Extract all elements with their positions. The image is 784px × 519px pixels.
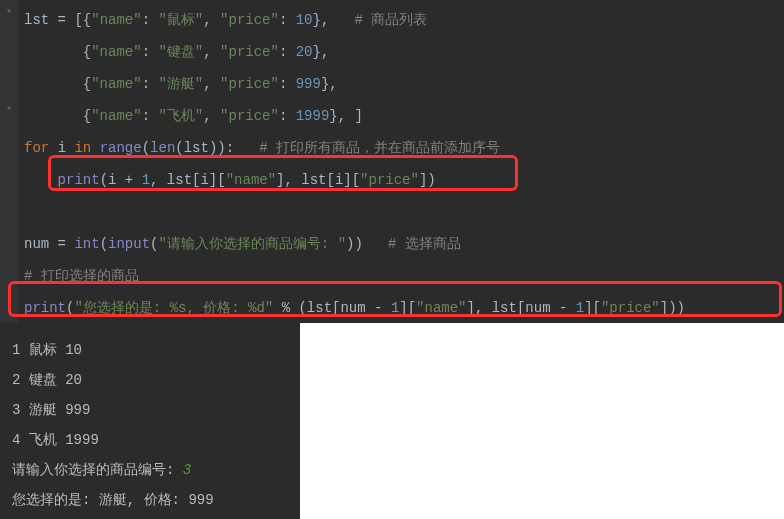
code-token: { — [24, 76, 91, 92]
code-builtin: range — [100, 140, 142, 156]
code-token: , — [203, 108, 220, 124]
code-token: "price" — [220, 76, 279, 92]
code-line[interactable]: {"name": "键盘", "price": 20}, — [18, 36, 784, 68]
code-token: , — [203, 76, 220, 92]
code-token: { — [24, 44, 91, 60]
code-token: "name" — [416, 300, 466, 316]
fold-marker-icon[interactable]: ▴ — [3, 102, 15, 114]
code-token: : — [279, 108, 296, 124]
code-comment: # 打印所有商品，并在商品前添加序号 — [259, 140, 500, 156]
console-line: 4 飞机 1999 — [12, 425, 288, 455]
code-token: 1999 — [296, 108, 330, 124]
code-token: "name" — [91, 12, 141, 28]
code-comment: # 选择商品 — [388, 236, 461, 252]
code-line[interactable] — [18, 196, 784, 228]
code-line[interactable]: print(i + 1, lst[i]["name"], lst[i]["pri… — [18, 164, 784, 196]
code-token — [91, 140, 99, 156]
code-token: "鼠标" — [158, 12, 203, 28]
code-token: "price" — [220, 12, 279, 28]
code-comment: # 商品列表 — [355, 12, 428, 28]
code-token: lst — [24, 12, 49, 28]
code-token: : — [142, 44, 159, 60]
code-token: : — [142, 12, 159, 28]
code-token: num = — [24, 236, 74, 252]
code-token: : — [142, 76, 159, 92]
editor-gutter: ▾ ▴ — [0, 0, 18, 323]
code-token: (lst)): — [175, 140, 259, 156]
code-token: 999 — [296, 76, 321, 92]
code-line[interactable]: num = int(input("请输入你选择的商品编号: ")) # 选择商品 — [18, 228, 784, 260]
code-token: )) — [346, 236, 388, 252]
code-token: ][ — [584, 300, 601, 316]
code-token: , — [203, 12, 220, 28]
code-line[interactable]: print("您选择的是: %s, 价格: %d" % (lst[num - 1… — [18, 292, 784, 324]
code-token: % (lst[num - — [273, 300, 391, 316]
code-keyword: in — [74, 140, 91, 156]
code-line[interactable]: {"name": "游艇", "price": 999}, — [18, 68, 784, 100]
console-output[interactable]: 1 鼠标 10 2 键盘 20 3 游艇 999 4 飞机 1999 请输入你选… — [0, 323, 300, 519]
code-line[interactable]: # 打印选择的商品 — [18, 260, 784, 292]
code-area[interactable]: lst = [{"name": "鼠标", "price": 10}, # 商品… — [18, 4, 784, 323]
console-user-input[interactable]: 3 — [183, 462, 191, 478]
code-token: 1 — [576, 300, 584, 316]
code-keyword: for — [24, 140, 49, 156]
code-token: : — [279, 12, 296, 28]
code-comment: # 打印选择的商品 — [24, 268, 139, 284]
code-token: }, — [313, 44, 330, 60]
code-token: ( — [142, 140, 150, 156]
console-line: 2 键盘 20 — [12, 365, 288, 395]
code-editor[interactable]: ▾ ▴ lst = [{"name": "鼠标", "price": 10}, … — [0, 0, 784, 323]
code-token: "price" — [360, 172, 419, 188]
code-token: : — [142, 108, 159, 124]
console-line: 1 鼠标 10 — [12, 335, 288, 365]
code-builtin: print — [24, 300, 66, 316]
code-token: "您选择的是: %s, 价格: %d" — [74, 300, 273, 316]
code-builtin: int — [74, 236, 99, 252]
code-builtin: input — [108, 236, 150, 252]
code-token: i — [58, 140, 66, 156]
code-token: "游艇" — [158, 76, 203, 92]
code-token: : — [279, 76, 296, 92]
code-line[interactable]: {"name": "飞机", "price": 1999}, ] — [18, 100, 784, 132]
code-token: ], lst[num - — [467, 300, 576, 316]
code-token — [49, 140, 57, 156]
code-token: }, — [313, 12, 355, 28]
code-token: "name" — [91, 44, 141, 60]
console-line: 请输入你选择的商品编号: 3 — [12, 455, 288, 485]
code-token: "price" — [220, 108, 279, 124]
console-line: 3 游艇 999 — [12, 395, 288, 425]
code-token: ][ — [399, 300, 416, 316]
code-token: ( — [100, 236, 108, 252]
code-line[interactable]: lst = [{"name": "鼠标", "price": 10}, # 商品… — [18, 4, 784, 36]
code-token: "飞机" — [158, 108, 203, 124]
code-token: ])) — [660, 300, 685, 316]
code-token: (i + — [100, 172, 142, 188]
code-builtin: print — [58, 172, 100, 188]
code-token: "请输入你选择的商品编号: " — [158, 236, 346, 252]
code-token: }, ] — [329, 108, 363, 124]
code-token: 1 — [142, 172, 150, 188]
code-token: , — [203, 44, 220, 60]
code-token: ], lst[i][ — [276, 172, 360, 188]
code-token: "键盘" — [158, 44, 203, 60]
console-prompt: 请输入你选择的商品编号: — [12, 462, 183, 478]
code-token: 20 — [296, 44, 313, 60]
code-token: "price" — [220, 44, 279, 60]
code-token: = [{ — [49, 12, 91, 28]
code-token: 10 — [296, 12, 313, 28]
code-token: , lst[i][ — [150, 172, 226, 188]
code-token — [24, 172, 58, 188]
code-token: "name" — [226, 172, 276, 188]
console-line: 您选择的是: 游艇, 价格: 999 — [12, 485, 288, 515]
code-token: "name" — [91, 76, 141, 92]
fold-marker-icon[interactable]: ▾ — [3, 6, 15, 18]
code-token: "name" — [91, 108, 141, 124]
code-builtin: len — [150, 140, 175, 156]
code-token: ]) — [419, 172, 436, 188]
code-token: }, — [321, 76, 338, 92]
code-token: : — [279, 44, 296, 60]
code-token: "price" — [601, 300, 660, 316]
code-token: { — [24, 108, 91, 124]
code-line[interactable]: for i in range(len(lst)): # 打印所有商品，并在商品前… — [18, 132, 784, 164]
